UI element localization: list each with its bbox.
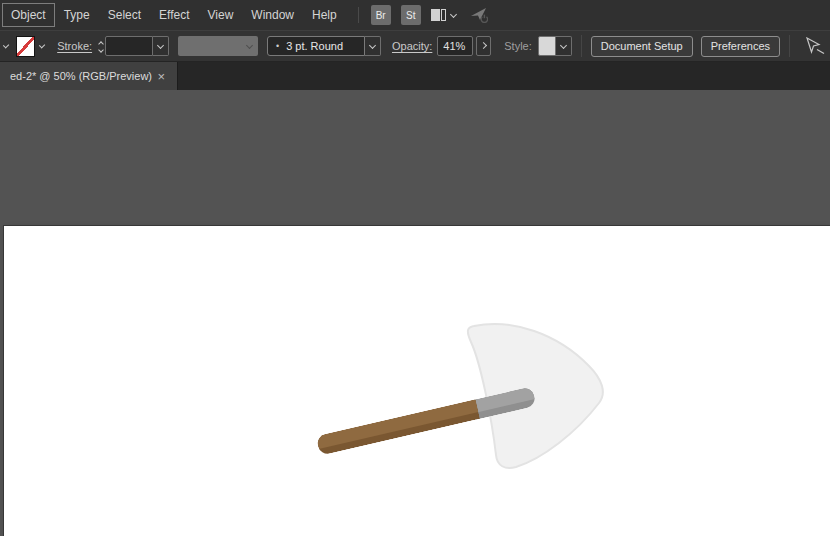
fill-options-chevron-icon[interactable]: [3, 42, 10, 49]
style-dropdown-button[interactable]: [556, 36, 572, 56]
variable-width-profile-dropdown: [178, 36, 258, 56]
menu-type[interactable]: Type: [55, 3, 99, 27]
shovel-handle[interactable]: [316, 399, 480, 455]
opacity-panel-button[interactable]: [476, 36, 491, 56]
brush-definition-dropdown[interactable]: [365, 36, 381, 56]
document-setup-button[interactable]: Document Setup: [591, 36, 693, 57]
stroke-label[interactable]: Stroke:: [57, 40, 92, 52]
stroke-weight-field[interactable]: [105, 36, 153, 56]
document-tab[interactable]: ed-2* @ 50% (RGB/Preview) ×: [0, 62, 178, 90]
stroke-weight-dropdown[interactable]: [153, 36, 169, 56]
stroke-weight-combo: [105, 36, 169, 56]
style-label: Style:: [504, 40, 532, 52]
menu-bar: Object Type Select Effect View Window He…: [0, 0, 830, 30]
chevron-down-icon: [369, 41, 376, 48]
chevron-down-icon: [246, 41, 253, 48]
shovel-artwork[interactable]: [4, 226, 830, 536]
arrange-documents-icon: [431, 9, 446, 21]
document-tab-bar: ed-2* @ 50% (RGB/Preview) ×: [0, 62, 830, 90]
close-icon[interactable]: ×: [155, 68, 167, 85]
menu-select[interactable]: Select: [99, 3, 150, 27]
menu-help[interactable]: Help: [303, 3, 346, 27]
swatch-chevron-icon[interactable]: [39, 42, 46, 49]
preferences-button[interactable]: Preferences: [701, 36, 780, 57]
fill-none-swatch[interactable]: [16, 36, 34, 57]
shovel-blade[interactable]: [468, 324, 603, 468]
canvas-pasteboard[interactable]: [0, 90, 830, 536]
chevron-down-icon: [98, 47, 104, 53]
artboard[interactable]: [4, 226, 830, 536]
menubar-divider: [358, 7, 359, 23]
stroke-weight-stepper[interactable]: [99, 40, 103, 52]
style-thumbnail: [538, 36, 556, 56]
separator: [581, 35, 582, 57]
chevron-up-icon: [98, 41, 104, 47]
brush-definition-value: 3 pt. Round: [286, 40, 343, 52]
chevron-down-icon: [560, 41, 567, 48]
brush-dot-icon: •: [276, 41, 279, 51]
menu-effect[interactable]: Effect: [150, 3, 198, 27]
chevron-right-icon: [480, 41, 487, 48]
opacity-label[interactable]: Opacity:: [392, 40, 432, 52]
share-icon[interactable]: [470, 7, 488, 23]
chevron-down-icon: [450, 10, 457, 17]
tab-title: ed-2* @ 50% (RGB/Preview): [10, 70, 152, 82]
selection-tool-icon[interactable]: [804, 37, 826, 55]
bridge-button[interactable]: Br: [371, 5, 391, 25]
illustrator-window: Object Type Select Effect View Window He…: [0, 0, 830, 536]
stock-button[interactable]: St: [401, 5, 421, 25]
menu-object[interactable]: Object: [2, 3, 55, 27]
menu-view[interactable]: View: [199, 3, 243, 27]
control-bar: Stroke: • 3 pt. Round Opacity:: [0, 30, 830, 62]
separator: [789, 35, 790, 57]
brush-definition-field[interactable]: • 3 pt. Round: [267, 36, 365, 56]
arrange-documents-button[interactable]: [431, 9, 456, 21]
chevron-down-icon: [157, 41, 164, 48]
menu-window[interactable]: Window: [242, 3, 303, 27]
style-dropdown[interactable]: [538, 36, 572, 56]
opacity-input[interactable]: [437, 36, 473, 56]
brush-definition-combo: • 3 pt. Round: [267, 36, 381, 56]
